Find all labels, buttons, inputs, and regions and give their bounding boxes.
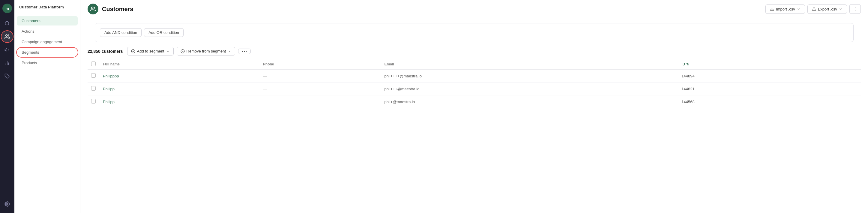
topbar: Customers Import .csv Export .csv (81, 0, 868, 18)
svg-point-0 (5, 21, 9, 25)
table-row: Philipp — phil+++@maestra.io 144821 (88, 83, 861, 95)
sidebar-item-customers[interactable]: Customers (17, 16, 78, 26)
row-actions-0 (813, 70, 861, 83)
customer-name-2[interactable]: Philipp (99, 95, 259, 108)
content-area: Add AND condition Add OR condition 22,85… (81, 18, 868, 213)
page-title: Customers (102, 6, 762, 12)
svg-point-12 (855, 7, 856, 8)
row-checkbox-0[interactable] (91, 73, 96, 78)
sidebar-header: Customer Data Platform (14, 0, 80, 13)
select-all-checkbox[interactable] (91, 61, 96, 66)
chart-icon[interactable] (2, 58, 12, 68)
more-options-button[interactable] (849, 4, 861, 14)
row-checkbox-1[interactable] (91, 86, 96, 91)
customer-name-0[interactable]: Philipppp (99, 70, 259, 83)
add-and-condition-button[interactable]: Add AND condition (100, 28, 142, 37)
sidebar: Customer Data Platform Customers Actions… (14, 0, 81, 213)
customer-email-2: phil+@maestra.io (381, 95, 678, 108)
col-fullname: Full name (99, 59, 259, 70)
customer-id-0: 144894 (678, 70, 813, 83)
customer-email-1: phil+++@maestra.io (381, 83, 678, 95)
export-csv-button[interactable]: Export .csv (807, 4, 847, 14)
row-checkbox-2[interactable] (91, 99, 96, 103)
gear-icon[interactable] (2, 199, 12, 209)
svg-point-22 (246, 51, 247, 52)
table-row: Philipp — phil+@maestra.io 144568 (88, 95, 861, 108)
customer-id-1: 144821 (678, 83, 813, 95)
customer-phone-1: — (259, 83, 381, 95)
import-csv-button[interactable]: Import .csv (766, 4, 805, 14)
add-or-condition-button[interactable]: Add OR condition (144, 28, 184, 37)
table-more-options-button[interactable] (238, 49, 251, 54)
row-actions-1 (813, 83, 861, 95)
customers-icon[interactable] (2, 31, 12, 42)
sidebar-item-actions[interactable]: Actions (17, 27, 78, 36)
customer-id-2: 144568 (678, 95, 813, 108)
megaphone-icon[interactable] (2, 44, 12, 55)
svg-point-2 (6, 34, 7, 36)
sidebar-nav: Customers Actions Campaign engagement Se… (14, 13, 80, 70)
svg-marker-3 (5, 48, 7, 52)
svg-point-20 (242, 51, 243, 52)
customers-count: 22,850 customers (88, 49, 123, 54)
user-avatar[interactable]: m (2, 4, 12, 13)
svg-point-9 (91, 7, 93, 9)
customers-table: Full name Phone Email ID ⇅ Philipppp — p… (88, 59, 861, 108)
svg-point-14 (855, 10, 856, 11)
main-content: Customers Import .csv Export .csv Add AN… (81, 0, 868, 213)
svg-point-8 (7, 204, 8, 205)
toolbar-row: 22,850 customers Add to segment Remove f… (88, 47, 861, 56)
customer-phone-2: — (259, 95, 381, 108)
search-icon[interactable] (2, 18, 12, 29)
customer-name-1[interactable]: Philipp (99, 83, 259, 95)
customer-email-0: phil++++@maestra.io (381, 70, 678, 83)
sidebar-item-campaign-engagement[interactable]: Campaign engagement (17, 37, 78, 47)
puzzle-icon[interactable] (2, 71, 12, 82)
icon-bar: m (0, 0, 14, 213)
topbar-actions: Import .csv Export .csv (766, 4, 861, 14)
svg-point-21 (244, 51, 245, 52)
sidebar-item-segments[interactable]: Segments (17, 48, 78, 57)
svg-point-13 (855, 9, 856, 9)
row-actions-2 (813, 95, 861, 108)
col-id[interactable]: ID ⇅ (678, 59, 813, 70)
table-row: Philipppp — phil++++@maestra.io 144894 (88, 70, 861, 83)
filter-bar: Add AND condition Add OR condition (95, 23, 854, 42)
sidebar-item-products[interactable]: Products (17, 58, 78, 67)
svg-line-1 (8, 24, 9, 25)
customer-phone-0: — (259, 70, 381, 83)
col-email: Email (381, 59, 678, 70)
col-phone: Phone (259, 59, 381, 70)
page-icon (88, 4, 98, 14)
remove-from-segment-button[interactable]: Remove from segment (177, 47, 236, 56)
add-to-segment-button[interactable]: Add to segment (127, 47, 174, 56)
